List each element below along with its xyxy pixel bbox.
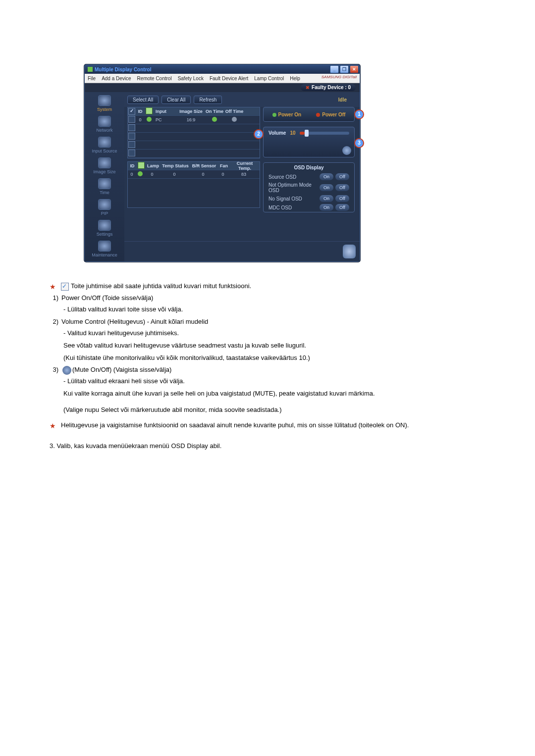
clear-all-button[interactable]: Clear All [161,96,191,104]
volume-pane: 2 Volume 10 3 [263,127,355,157]
menu-remote-control[interactable]: Remote Control [137,76,172,81]
footer [124,241,360,261]
item-2a: - Valitud kuvari helitugevuse juhtimisek… [50,329,485,338]
cell-current-temp: 83 [229,172,259,177]
item-1a: - Lülitab valitud kuvari toite sisse või… [50,305,485,314]
nav-time[interactable]: Time [87,177,122,197]
osd-mdc-on[interactable]: On [320,204,333,211]
input-source-icon [98,137,111,148]
nav-system[interactable]: System [87,94,122,114]
col-checkbox[interactable] [128,108,135,115]
mute-icon[interactable] [342,146,351,155]
checkbox-icon [61,283,69,291]
row-checkbox[interactable] [128,133,135,140]
menu-add-device[interactable]: Add a Device [102,76,131,81]
table-row[interactable]: 0 0 0 0 0 83 [128,170,260,179]
row-checkbox[interactable] [128,116,135,123]
power-on-button[interactable]: Power On [272,112,302,117]
status-dot2-icon [138,171,143,176]
table-row[interactable] [128,150,260,158]
osd-notoptimum-off[interactable]: Off [335,184,349,191]
menu-help[interactable]: Help [290,76,300,81]
osd-title: OSD Display [264,163,354,172]
select-all-button[interactable]: Select All [127,96,159,104]
col-lamp-icon [146,107,153,114]
close-button[interactable]: ✕ [350,65,359,73]
cell-id2: 0 [128,172,136,177]
settings-icon [98,220,111,231]
osd-nosignal-off[interactable]: Off [335,195,349,202]
info-icon[interactable] [343,245,356,258]
brand-text: SAMSUNG DIGITall [321,75,357,79]
star-icon: ★ [50,421,56,431]
status-idle: Idle [338,97,347,102]
menubar: File Add a Device Remote Control Safety … [85,74,360,83]
cell-lamp: 0 [145,172,160,177]
menu-lamp-control[interactable]: Lamp Control [254,76,284,81]
table-row[interactable] [128,141,260,150]
num-3: 3) [50,365,58,375]
volume-value: 10 [290,130,295,136]
faulty-device-badge: Faulty Device : 0 [301,84,356,91]
osd-source-on[interactable]: On [320,173,333,180]
maximize-button[interactable]: ❐ [340,65,349,73]
nav-input-source[interactable]: Input Source [87,136,122,155]
cell-br: 0 [189,172,217,177]
power-off-button[interactable]: Power Off [316,112,345,117]
refresh-button[interactable]: Refresh [194,96,222,104]
osd-notoptimum-label: Not Optimum Mode OSD [268,182,320,193]
menu-fault-device-alert[interactable]: Fault Device Alert [210,76,248,81]
callout-3: 3 [354,138,364,148]
table-row[interactable]: 0 PC 16:9 [128,116,260,124]
network-icon [98,116,111,127]
osd-mdc-off[interactable]: Off [335,204,349,211]
col-fan: Fan [218,163,230,168]
final-line: 3. Valib, kas kuvada menüüekraan menüü O… [50,442,485,451]
image-size-icon [98,157,111,168]
col-lamp: Lamp [146,163,160,168]
volume-label: Volume [268,130,286,136]
menu-file[interactable]: File [88,76,96,81]
intro-text: Toite juhtimise abil saate juhtida valit… [71,282,251,290]
nav-maintenance[interactable]: Maintenance [87,240,122,259]
osd-nosignal-on[interactable]: On [320,195,333,202]
nav-settings[interactable]: Settings [87,219,122,239]
osd-source-off[interactable]: Off [335,173,349,180]
col-current-temp: Current Temp. [230,161,260,171]
item-3b: Kui valite korraga ainult ühe kuvari ja … [50,389,485,399]
col-id: ID [136,109,145,114]
note-text: Helitugevuse ja vaigistamise funktsiooni… [61,421,409,431]
table-row[interactable] [128,133,260,141]
col-id2: ID [128,163,137,168]
cell-temp: 0 [160,172,189,177]
item-3a: - Lülitab valitud ekraani heli sisse või… [50,377,485,386]
volume-slider[interactable] [300,132,349,135]
minimize-button[interactable]: _ [330,65,339,73]
item-2-title: Volume Control (Helitugevus) - Ainult kõ… [61,317,208,327]
maintenance-icon [98,241,111,252]
row-checkbox[interactable] [128,150,135,156]
nav-pip[interactable]: PIP [87,198,122,218]
osd-source-label: Source OSD [268,174,296,180]
row-checkbox[interactable] [128,141,135,148]
item-2c: (Kui tühistate ühe monitorivaliku või kõ… [50,353,485,363]
table-row[interactable] [128,124,260,133]
cell-image-size: 16:9 [177,117,205,122]
row-checkbox[interactable] [128,124,135,131]
osd-notoptimum-on[interactable]: On [320,184,333,191]
menu-safety-lock[interactable]: Safety Lock [178,76,204,81]
status-dot-icon [147,117,152,122]
col-off-time: Off Time [224,109,244,114]
titlebar: Multiple Display Control _ ❐ ✕ [85,65,360,74]
item-3-title: (Mute On/Off) (Vaigista sisse/välja) [72,366,171,373]
osd-nosignal-label: No Signal OSD [268,196,302,202]
col-br-sensor: B/R Sensor [190,163,218,168]
item-1-title: Power On/Off (Toide sisse/välja) [61,294,153,303]
off-time-dot [232,117,237,122]
num-1: 1) [50,294,58,303]
nav-image-size[interactable]: Image Size [87,156,122,176]
system-icon [98,95,111,106]
item-2b: See võtab valitud kuvari helitugevuse vä… [50,341,485,351]
time-icon [98,178,111,189]
nav-network[interactable]: Network [87,115,122,135]
